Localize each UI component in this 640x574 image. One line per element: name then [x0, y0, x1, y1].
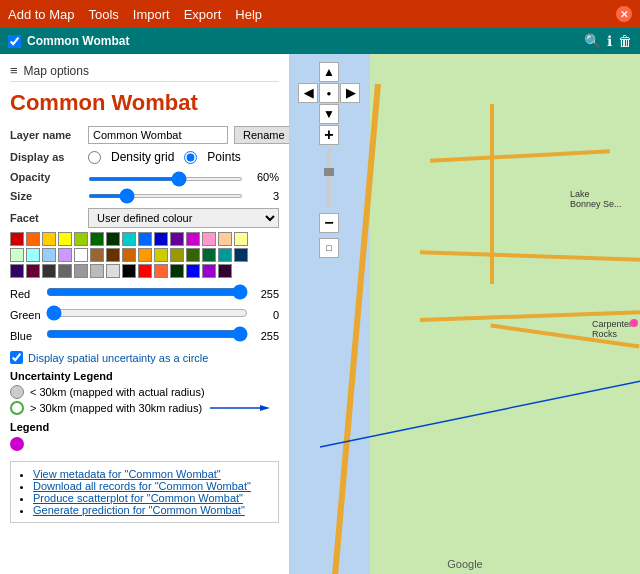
- color-swatch-31[interactable]: [26, 264, 40, 278]
- opacity-slider[interactable]: [88, 177, 243, 181]
- color-swatch-21[interactable]: [106, 248, 120, 262]
- color-swatch-41[interactable]: [186, 264, 200, 278]
- red-value: 255: [254, 288, 279, 300]
- color-swatch-2[interactable]: [42, 232, 56, 246]
- pan-center-button[interactable]: ●: [319, 83, 339, 103]
- color-swatch-9[interactable]: [154, 232, 168, 246]
- menu-tools[interactable]: Tools: [89, 7, 119, 22]
- color-swatch-14[interactable]: [234, 232, 248, 246]
- color-swatch-27[interactable]: [202, 248, 216, 262]
- color-swatch-4[interactable]: [74, 232, 88, 246]
- display-as-label: Display as: [10, 151, 82, 163]
- color-swatch-20[interactable]: [90, 248, 104, 262]
- facet-select[interactable]: User defined colour Species Year: [88, 208, 279, 228]
- color-swatch-37[interactable]: [122, 264, 136, 278]
- uncertainty-small-item: < 30km (mapped with actual radius): [10, 385, 279, 399]
- specimen-dot-6: [630, 319, 638, 327]
- arrow-icon: [210, 403, 270, 413]
- display-radio-group: Density grid Points: [88, 150, 241, 164]
- road-v2: [490, 104, 494, 284]
- color-swatch-25[interactable]: [170, 248, 184, 262]
- color-swatch-28[interactable]: [218, 248, 232, 262]
- layer-trash-icon[interactable]: 🗑: [618, 33, 632, 49]
- color-swatch-19[interactable]: [74, 248, 88, 262]
- color-swatch-7[interactable]: [122, 232, 136, 246]
- color-swatch-35[interactable]: [90, 264, 104, 278]
- display-as-row: Display as Density grid Points: [10, 150, 279, 164]
- color-swatch-40[interactable]: [170, 264, 184, 278]
- color-swatch-10[interactable]: [170, 232, 184, 246]
- color-swatches: [10, 232, 260, 278]
- size-slider[interactable]: [88, 194, 243, 198]
- pan-left-button[interactable]: ◀: [298, 83, 318, 103]
- color-swatch-13[interactable]: [218, 232, 232, 246]
- menu-add-to-map[interactable]: Add to Map: [8, 7, 75, 22]
- color-swatch-30[interactable]: [10, 264, 24, 278]
- pan-up-button[interactable]: ▲: [319, 62, 339, 82]
- small-circle-icon: [10, 385, 24, 399]
- map-options-label[interactable]: Map options: [24, 64, 89, 78]
- green-value: 0: [254, 309, 279, 321]
- uncertainty-legend-title: Uncertainty Legend: [10, 370, 279, 382]
- color-swatch-0[interactable]: [10, 232, 24, 246]
- zoom-thumb: [324, 168, 334, 176]
- menu-help[interactable]: Help: [235, 7, 262, 22]
- zoom-in-button[interactable]: +: [319, 125, 339, 145]
- color-swatch-8[interactable]: [138, 232, 152, 246]
- legend-dot: [10, 437, 24, 451]
- red-slider[interactable]: [46, 284, 248, 300]
- color-swatch-26[interactable]: [186, 248, 200, 262]
- layer-name-input[interactable]: [88, 126, 228, 144]
- color-swatch-32[interactable]: [42, 264, 56, 278]
- left-panel: ≡ Map options Common Wombat Layer name R…: [0, 54, 290, 574]
- link-metadata[interactable]: View metadata for "Common Wombat": [33, 468, 221, 480]
- color-swatch-18[interactable]: [58, 248, 72, 262]
- color-swatch-29[interactable]: [234, 248, 248, 262]
- color-swatch-11[interactable]: [186, 232, 200, 246]
- color-swatch-16[interactable]: [26, 248, 40, 262]
- panel-title: Common Wombat: [10, 90, 279, 116]
- map-background[interactable]: ▲ ◀ ● ▶ ▼ + − □ Tantanoola: [290, 54, 640, 574]
- layer-info-icon[interactable]: ℹ: [607, 33, 612, 49]
- color-swatch-15[interactable]: [10, 248, 24, 262]
- zoom-track[interactable]: [327, 148, 331, 208]
- color-swatch-43[interactable]: [218, 264, 232, 278]
- link-prediction[interactable]: Generate prediction for "Common Wombat": [33, 504, 245, 516]
- color-swatch-23[interactable]: [138, 248, 152, 262]
- map-square-button[interactable]: □: [319, 238, 339, 258]
- map-options-icon: ≡: [10, 63, 18, 78]
- layer-title: Common Wombat: [27, 34, 578, 48]
- blue-slider[interactable]: [46, 326, 248, 342]
- color-swatch-3[interactable]: [58, 232, 72, 246]
- menu-export[interactable]: Export: [184, 7, 222, 22]
- color-swatch-1[interactable]: [26, 232, 40, 246]
- green-slider[interactable]: [46, 305, 248, 321]
- place-lake: LakeBonney Se...: [570, 189, 622, 209]
- opacity-value: 60%: [249, 171, 279, 183]
- color-swatch-42[interactable]: [202, 264, 216, 278]
- color-swatch-36[interactable]: [106, 264, 120, 278]
- color-swatch-5[interactable]: [90, 232, 104, 246]
- layer-checkbox[interactable]: [8, 35, 21, 48]
- link-download[interactable]: Download all records for "Common Wombat": [33, 480, 251, 492]
- density-grid-radio[interactable]: [88, 151, 101, 164]
- color-swatch-38[interactable]: [138, 264, 152, 278]
- link-scatterplot[interactable]: Produce scatterplot for "Common Wombat": [33, 492, 243, 504]
- color-swatch-6[interactable]: [106, 232, 120, 246]
- menu-import[interactable]: Import: [133, 7, 170, 22]
- pan-right-button[interactable]: ▶: [340, 83, 360, 103]
- color-swatch-22[interactable]: [122, 248, 136, 262]
- color-swatch-17[interactable]: [42, 248, 56, 262]
- layer-search-icon[interactable]: 🔍: [584, 33, 601, 49]
- color-swatch-24[interactable]: [154, 248, 168, 262]
- zoom-out-button[interactable]: −: [319, 213, 339, 233]
- color-swatch-12[interactable]: [202, 232, 216, 246]
- uncertainty-checkbox[interactable]: [10, 351, 23, 364]
- close-button[interactable]: ✕: [616, 6, 632, 22]
- color-swatch-39[interactable]: [154, 264, 168, 278]
- rename-button[interactable]: Rename: [234, 126, 290, 144]
- pan-down-button[interactable]: ▼: [319, 104, 339, 124]
- color-swatch-33[interactable]: [58, 264, 72, 278]
- color-swatch-34[interactable]: [74, 264, 88, 278]
- points-radio[interactable]: [184, 151, 197, 164]
